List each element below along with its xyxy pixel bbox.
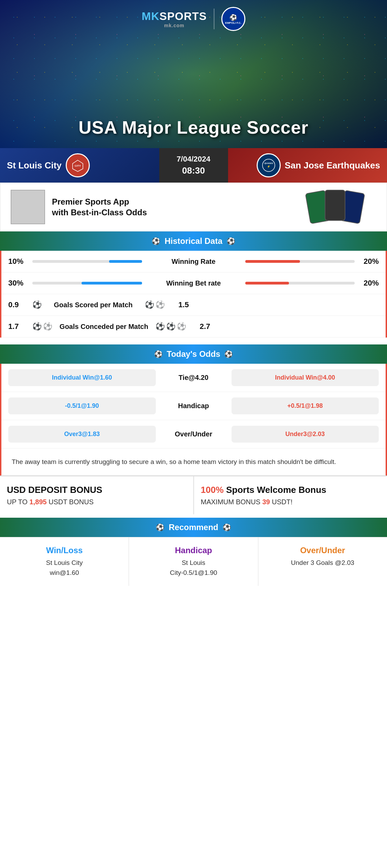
svg-text:CITY: CITY [75,164,81,167]
hero-title: USA Major League Soccer [0,117,387,138]
svg-text:QUAKES: QUAKES [264,162,273,164]
ball-icon-away-1: ⚽ [145,300,154,309]
analysis-section: The away team is currently struggling to… [0,448,387,476]
away-handicap-odds[interactable]: +0.5/1@1.98 [232,397,379,414]
home-goals-conceded: 1.7 [8,322,29,331]
ball-icon-home-c2: ⚽ [43,322,52,331]
sports-bonus-amount: 39 [262,498,270,506]
home-goals-scored: 0.9 [8,300,29,309]
away-goal-icons-conceded: ⚽ ⚽ ⚽ [155,322,186,331]
sports-bonus-title: 100% Sports Welcome Bonus [201,485,380,495]
brand-url: mk.com [142,23,207,28]
recommend-ball-left: ⚽ [156,523,164,531]
ball-icon-away-c1: ⚽ [155,322,165,331]
brand-logo: MKSPORTS mk.com ⚽ EMPOLI F.C. [142,7,245,31]
recommend-header: ⚽ Recommend ⚽ [0,518,387,537]
recommend-win-loss[interactable]: Win/Loss St Louis Citywin@1.60 [0,537,129,586]
recommend-pick-over-under: Under 3 Goals @2.03 [265,558,380,568]
deposit-bonus-title: USD DEPOSIT BONUS [7,485,186,495]
stat-label-goals-conceded: Goals Conceded per Match [56,323,152,331]
recommend-pick-win-loss: St Louis Citywin@1.60 [7,558,122,578]
bonus-section: USD DEPOSIT BONUS UP TO 1,895 USDT BONUS… [0,476,387,514]
odds-ball-right: ⚽ [224,350,233,358]
away-goals-conceded: 2.7 [190,322,210,331]
mk-sports-wordmark: MKSPORTS mk.com [142,10,207,28]
home-winning-rate: 10% [8,257,29,266]
deposit-bonus[interactable]: USD DEPOSIT BONUS UP TO 1,895 USDT BONUS [0,476,194,514]
logo-divider [214,9,214,29]
empoli-badge: ⚽ EMPOLI F.C. [221,7,245,31]
home-handicap-odds[interactable]: -0.5/1@1.90 [8,397,156,414]
recommend-title: Recommend [169,523,218,532]
ball-icon-right: ⚽ [227,237,235,245]
away-goal-icons-scored: ⚽ ⚽ [145,300,165,309]
ball-icon-left: ⚽ [152,237,160,245]
home-goal-icons-conceded: ⚽ ⚽ [32,322,52,331]
stat-label-bet-rate: Winning Bet rate [146,279,242,287]
home-bar-fill [109,260,142,263]
home-win-odds[interactable]: Individual Win@1.60 [8,369,156,386]
home-bar-bet-rate [32,282,142,285]
away-bar-fill [245,260,300,263]
stat-row-winning-rate: 10% Winning Rate 20% [1,251,386,272]
recommend-ball-right: ⚽ [223,523,231,531]
stat-row-bet-rate: 30% Winning Bet rate 20% [1,272,386,294]
away-bar-bet-rate [245,282,355,285]
handicap-label: Handicap [159,402,228,410]
app-phones-graphic [308,190,376,224]
recommend-type-win-loss: Win/Loss [7,546,122,555]
recommend-grid: Win/Loss St Louis Citywin@1.60 Handicap … [0,537,387,586]
home-bet-rate: 30% [8,279,29,288]
home-bar-fill-bet [82,282,142,285]
home-team-section: St Louis City CITY [0,148,159,183]
over-under-label: Over/Under [159,430,228,438]
ball-icon-away-c2: ⚽ [166,322,175,331]
app-promo-text: Premier Sports Appwith Best-in-Class Odd… [52,196,301,218]
hero-banner: MKSPORTS mk.com ⚽ EMPOLI F.C. USA Major … [0,0,387,148]
recommend-type-over-under: Over/Under [265,546,380,555]
recommend-handicap[interactable]: Handicap St LouisCity-0.5/1@1.90 [129,537,258,586]
stat-row-goals-scored: 0.9 ⚽ Goals Scored per Match ⚽ ⚽ 1.5 [1,294,386,316]
odds-row-win: Individual Win@1.60 Tie@4.20 Individual … [1,364,386,392]
over-odds[interactable]: Over3@1.83 [8,426,156,443]
away-team-badge: QUAKES ⚡ [257,153,281,177]
away-bar-winning-rate [245,260,355,263]
deposit-bonus-amount: 1,895 [30,498,47,506]
away-team-section: QUAKES ⚡ San Jose Earthquakes [228,148,387,183]
home-team-name: St Louis City [7,160,62,171]
home-goal-icons-scored: ⚽ [32,300,42,309]
phone-mockup-2 [325,190,345,221]
recommend-type-handicap: Handicap [136,546,251,555]
analysis-text: The away team is currently struggling to… [12,458,336,465]
odds-ball-left: ⚽ [154,350,163,358]
sports-text: SPORTS [160,10,207,22]
match-bar: St Louis City CITY 7/04/2024 08:30 QUAKE… [0,148,387,183]
under-odds[interactable]: Under3@2.03 [232,426,379,443]
recommend-over-under[interactable]: Over/Under Under 3 Goals @2.03 [258,537,387,586]
odds-row-handicap: -0.5/1@1.90 Handicap +0.5/1@1.98 [1,392,386,420]
away-bet-rate: 20% [358,279,379,288]
ball-icon-home-1: ⚽ [32,300,42,309]
recommend-pick-handicap: St LouisCity-0.5/1@1.90 [136,558,251,578]
away-team-name: San Jose Earthquakes [285,160,380,171]
match-time: 08:30 [182,165,205,176]
sports-bonus[interactable]: 100% Sports Welcome Bonus MAXIMUM BONUS … [194,476,387,514]
historical-data-header: ⚽ Historical Data ⚽ [0,231,387,251]
odds-header: ⚽ Today's Odds ⚽ [0,344,387,364]
mk-text: MK [142,10,160,22]
ball-icon-away-c3: ⚽ [177,322,186,331]
svg-text:⚡: ⚡ [267,165,270,168]
app-promo-banner[interactable]: Premier Sports Appwith Best-in-Class Odd… [0,183,387,231]
sports-bonus-percent: 100% [201,485,224,495]
home-bar-winning-rate [32,260,142,263]
sports-bonus-sub: MAXIMUM BONUS 39 USDT! [201,498,380,506]
home-team-badge: CITY [66,153,90,177]
away-bar-fill-bet [245,282,289,285]
tie-odds: Tie@4.20 [159,374,228,382]
odds-title: Today's Odds [167,349,221,359]
ball-icon-home-c1: ⚽ [32,322,42,331]
away-win-odds[interactable]: Individual Win@4.00 [232,369,379,386]
stat-label-winning-rate: Winning Rate [146,258,242,266]
stat-label-goals-scored: Goals Scored per Match [45,301,141,309]
historical-data-section: 10% Winning Rate 20% 30% Winning Bet rat… [0,251,387,338]
